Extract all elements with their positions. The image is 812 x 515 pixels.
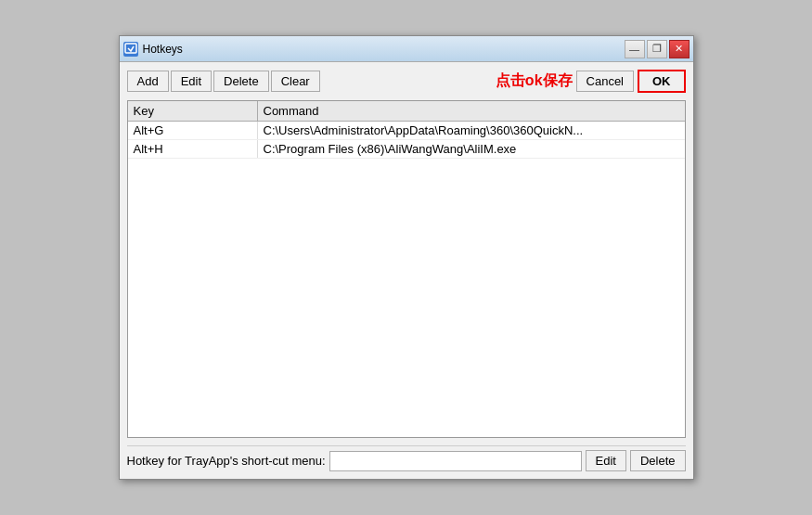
close-button[interactable]: ✕: [669, 40, 690, 58]
table-body: Alt+GC:\Users\Administrator\AppData\Roam…: [128, 122, 685, 437]
dialog-content: Add Edit Delete Clear 点击ok保存 Cancel OK K…: [120, 62, 693, 479]
table-header: Key Command: [128, 101, 685, 122]
hotkeys-dialog: Hotkeys — ❐ ✕ Add Edit Delete Clear 点击ok…: [119, 35, 694, 480]
annotation-text: 点击ok保存: [496, 71, 573, 91]
title-bar: Hotkeys — ❐ ✕: [120, 36, 693, 62]
clear-button[interactable]: Clear: [271, 71, 320, 92]
edit-button[interactable]: Edit: [171, 71, 212, 92]
toolbar-right: 点击ok保存 Cancel OK: [496, 70, 686, 93]
title-controls: — ❐ ✕: [625, 40, 690, 58]
title-bar-left: Hotkeys: [123, 42, 183, 57]
command-cell: C:\Users\Administrator\AppData\Roaming\3…: [258, 122, 685, 139]
bottom-label: Hotkey for TrayApp's short-cut menu:: [127, 454, 326, 468]
add-button[interactable]: Add: [127, 71, 169, 92]
command-cell: C:\Program Files (x86)\AliWangWang\AliIM…: [258, 140, 685, 158]
restore-button[interactable]: ❐: [647, 40, 667, 58]
delete-button[interactable]: Delete: [213, 71, 269, 92]
key-cell: Alt+H: [128, 140, 258, 158]
toolbar: Add Edit Delete Clear 点击ok保存 Cancel OK: [127, 70, 686, 93]
cancel-button[interactable]: Cancel: [576, 71, 634, 92]
hotkeys-table: Key Command Alt+GC:\Users\Administrator\…: [127, 100, 686, 438]
bottom-edit-button[interactable]: Edit: [586, 450, 626, 471]
trayapp-hotkey-input[interactable]: [329, 451, 582, 471]
toolbar-left: Add Edit Delete Clear: [127, 71, 320, 92]
ok-button[interactable]: OK: [638, 70, 686, 93]
bottom-bar: Hotkey for TrayApp's short-cut menu: Edi…: [127, 445, 686, 471]
minimize-button[interactable]: —: [625, 40, 645, 58]
table-row[interactable]: Alt+GC:\Users\Administrator\AppData\Roam…: [128, 122, 685, 140]
app-icon: [123, 42, 138, 57]
key-cell: Alt+G: [128, 122, 258, 139]
window-title: Hotkeys: [143, 43, 183, 56]
table-row[interactable]: Alt+HC:\Program Files (x86)\AliWangWang\…: [128, 140, 685, 159]
col-key-header: Key: [128, 101, 258, 121]
bottom-delete-button[interactable]: Delete: [630, 450, 686, 471]
col-cmd-header: Command: [258, 101, 685, 121]
